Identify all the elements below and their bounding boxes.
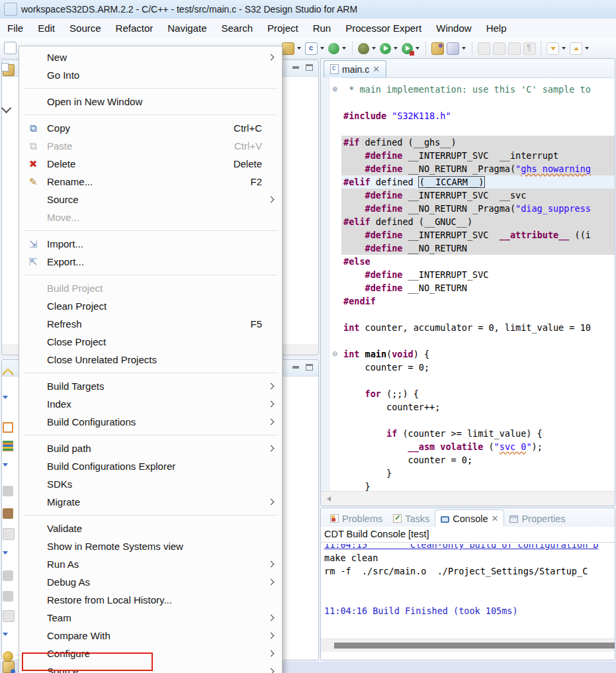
menu-item-index[interactable]: Index: [19, 395, 282, 413]
tab-label: Tasks: [405, 514, 429, 524]
spark-icon[interactable]: [3, 610, 15, 622]
project-explorer-folder-icon[interactable]: [3, 64, 15, 76]
spark-icon[interactable]: [3, 528, 15, 540]
menu-item-source[interactable]: Source: [19, 191, 282, 208]
tab-problems[interactable]: Problems: [325, 510, 388, 527]
menu-file[interactable]: File: [0, 22, 30, 34]
maximize-icon[interactable]: [306, 64, 313, 71]
menu-item-validate[interactable]: Validate: [19, 519, 282, 537]
tab-console[interactable]: Console✕: [435, 510, 504, 527]
menu-item-go-into[interactable]: Go Into: [19, 66, 282, 84]
chevron-down-icon[interactable]: [562, 47, 566, 50]
menu-item-team[interactable]: Team: [19, 609, 282, 627]
debug-icon[interactable]: [358, 43, 369, 54]
tab-properties[interactable]: Properties: [504, 510, 570, 527]
minimize-icon[interactable]: [292, 366, 299, 369]
menu-item-close-unrelated-projects[interactable]: Close Unrelated Projects: [19, 351, 282, 369]
new-c-file-icon[interactable]: [305, 42, 318, 55]
menu-item-copy[interactable]: CopyCtrl+C: [19, 119, 282, 137]
open-element-icon[interactable]: [431, 42, 444, 55]
new-window-icon[interactable]: [4, 42, 17, 54]
menu-item-debug-as[interactable]: Debug As: [19, 573, 282, 591]
chevron-down-icon[interactable]: [585, 47, 589, 50]
chevron-down-icon[interactable]: [416, 47, 419, 50]
menu-item-refresh[interactable]: RefreshF5: [19, 315, 282, 333]
menu-window[interactable]: Window: [429, 22, 478, 34]
search-icon[interactable]: [447, 42, 459, 55]
chevron-down-icon[interactable]: [297, 47, 301, 50]
tool-icon[interactable]: [3, 570, 13, 581]
tab-main-c[interactable]: main.c ✕: [324, 60, 386, 77]
menu-navigate[interactable]: Navigate: [160, 22, 214, 34]
menu-item-label: Validate: [47, 523, 82, 534]
menu-item-build-configurations-explorer[interactable]: Build Configurations Explorer: [19, 457, 282, 475]
view-dropdown-icon[interactable]: [3, 396, 8, 399]
minimize-icon[interactable]: [292, 66, 299, 69]
run-icon[interactable]: [380, 43, 391, 54]
chevron-down-icon[interactable]: [372, 47, 376, 50]
close-icon[interactable]: ✕: [373, 65, 380, 73]
view-dropdown-icon[interactable]: [3, 551, 8, 555]
editor-horizontal-scrollbar[interactable]: [321, 491, 615, 506]
menu-run[interactable]: Run: [306, 22, 339, 34]
chevron-down-icon[interactable]: [462, 47, 466, 50]
menu-edit[interactable]: Edit: [30, 22, 62, 34]
maximize-icon[interactable]: [306, 364, 313, 371]
menu-item-compare-with[interactable]: Compare With: [19, 627, 282, 645]
view-dropdown-icon[interactable]: [3, 633, 8, 636]
submenu-arrow-icon: [268, 54, 275, 61]
menu-search[interactable]: Search: [214, 22, 260, 34]
close-icon[interactable]: ✕: [492, 514, 499, 523]
menu-item-build-targets[interactable]: Build Targets: [19, 377, 282, 395]
menu-item-migrate[interactable]: Migrate: [19, 493, 282, 511]
code-line: #if defined (__ghs__): [341, 136, 615, 149]
menu-item-sdks[interactable]: SDKs: [19, 475, 282, 493]
menu-item-delete[interactable]: DeleteDelete: [19, 155, 282, 173]
menu-item-rename[interactable]: Rename...F2: [19, 173, 282, 191]
submenu-arrow-icon: [268, 633, 275, 639]
menu-item-build-configurations[interactable]: Build Configurations: [19, 413, 282, 431]
layers-icon[interactable]: [3, 441, 13, 451]
menu-item-open-in-new-window[interactable]: Open in New Window: [19, 93, 282, 111]
prev-annotation-icon[interactable]: [570, 42, 582, 55]
menu-item-import[interactable]: Import...: [19, 235, 282, 253]
c-folder-icon[interactable]: [3, 661, 15, 673]
menu-item-new[interactable]: New: [19, 48, 282, 66]
console-output[interactable]: 11:04:15 Clean-only build of configurati…: [324, 544, 613, 636]
menu-item-show-in-remote-systems-view[interactable]: Show in Remote Systems view: [19, 537, 282, 555]
code-lines: * main implementation: use this 'C' samp…: [341, 77, 615, 492]
coin-icon[interactable]: [3, 651, 13, 662]
chevron-down-icon[interactable]: [320, 47, 324, 50]
build-icon[interactable]: [328, 43, 339, 54]
chevron-down-icon[interactable]: [342, 47, 346, 50]
menu-processor-expert[interactable]: Processor Expert: [338, 22, 429, 34]
tab-label: Console: [453, 514, 488, 524]
gear-icon[interactable]: [3, 486, 13, 496]
menu-item-export[interactable]: Export...: [19, 253, 282, 271]
menu-item-restore-from-local-history[interactable]: Restore from Local History...: [19, 591, 282, 609]
menu-item-label: Team: [47, 612, 71, 623]
view-dropdown-icon[interactable]: [3, 463, 8, 467]
menu-help[interactable]: Help: [479, 22, 514, 34]
menu-item-close-project[interactable]: Close Project: [19, 333, 282, 351]
code-area[interactable]: * main implementation: use this 'C' samp…: [321, 77, 615, 492]
next-annotation-icon[interactable]: [547, 42, 559, 55]
menu-item-clean-project[interactable]: Clean Project: [19, 297, 282, 315]
menu-item-run-as[interactable]: Run As: [19, 555, 282, 573]
chevron-down-icon[interactable]: [394, 47, 398, 50]
tool-icon[interactable]: [3, 591, 13, 602]
menu-source[interactable]: Source: [62, 22, 109, 34]
new-wizard-icon[interactable]: [282, 42, 294, 55]
expand-icon[interactable]: [330, 84, 340, 94]
outline-box-icon[interactable]: [3, 422, 13, 433]
collapse-icon[interactable]: [330, 349, 340, 359]
menu-item-build-path[interactable]: Build path: [19, 439, 282, 457]
profile-icon[interactable]: [402, 43, 413, 54]
scrollbar-thumb[interactable]: [334, 643, 615, 649]
tab-tasks[interactable]: Tasks: [388, 510, 435, 527]
box-brown-icon[interactable]: [3, 508, 13, 519]
scroll-left-icon[interactable]: [327, 496, 331, 502]
menu-project[interactable]: Project: [260, 22, 306, 34]
console-horizontal-scrollbar[interactable]: [321, 639, 615, 652]
menu-refactor[interactable]: Refactor: [109, 22, 161, 34]
